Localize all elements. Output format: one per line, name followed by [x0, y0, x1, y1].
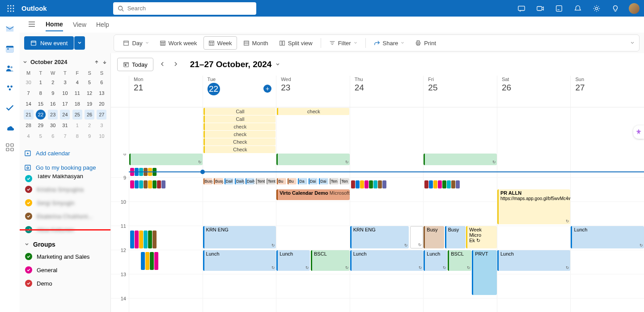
time-slot[interactable]: [570, 154, 644, 177]
new-event-dropdown[interactable]: [74, 36, 85, 50]
today-button[interactable]: Today: [117, 58, 153, 71]
allday-column[interactable]: [350, 107, 424, 154]
mini-cal-day[interactable]: 10: [96, 131, 108, 141]
calendar-event[interactable]: Lunch↻: [424, 250, 447, 271]
time-slot[interactable]: KRN ENG↻: [203, 226, 276, 250]
share-button[interactable]: Share: [369, 36, 409, 50]
day-header[interactable]: Mon21: [129, 76, 203, 107]
menu-home[interactable]: Home: [46, 18, 63, 31]
calendar-list-item[interactable]: Ekaterina Chukhont...: [22, 209, 108, 223]
copilot-badge[interactable]: [633, 125, 644, 139]
time-slot[interactable]: ↻: [129, 154, 203, 177]
next-month-icon[interactable]: [102, 59, 108, 65]
calendar-event[interactable]: BSCL↻: [448, 250, 471, 271]
allday-event[interactable]: check: [203, 131, 276, 138]
time-slot[interactable]: [423, 274, 497, 298]
group-list-item[interactable]: Demo: [22, 277, 108, 290]
mini-cal-day[interactable]: 17: [59, 98, 71, 109]
mini-cal-day[interactable]: 7: [22, 88, 34, 98]
day-header[interactable]: Sat26: [497, 76, 571, 107]
day-header[interactable]: Thu24: [350, 76, 424, 107]
calendar-event[interactable]: Lunch↻: [350, 250, 424, 271]
time-slot[interactable]: ↻: [276, 154, 350, 177]
time-slot[interactable]: [129, 274, 203, 298]
calendar-list-item[interactable]: Tatev Malkhasyan: [22, 175, 108, 183]
time-slot[interactable]: Lunch↻BSCL↻PRVT: [423, 250, 497, 274]
time-slot[interactable]: PR ALLNhttps://maps.app.goo.gl/bf5wvMc4w…: [497, 178, 571, 201]
prev-month-icon[interactable]: [93, 59, 100, 65]
time-slot[interactable]: Lunch↻Lunch↻: [497, 250, 571, 274]
time-slot[interactable]: [276, 202, 350, 226]
mini-cal-day[interactable]: 6: [96, 77, 108, 88]
mini-cal-day[interactable]: 26: [83, 109, 95, 120]
calendar-event[interactable]: Tent: [267, 178, 276, 184]
calendar-event[interactable]: ↻: [424, 154, 497, 165]
booking-page-link[interactable]: Go to my booking page: [22, 160, 108, 175]
add-calendar-link[interactable]: Add calendar: [22, 146, 108, 160]
mini-cal-day[interactable]: 28: [22, 120, 34, 131]
mini-cal-day[interactable]: 29: [34, 120, 47, 131]
time-slot[interactable]: [203, 202, 276, 226]
mini-cal-day[interactable]: 30: [47, 120, 59, 131]
teams-chat-icon[interactable]: [516, 3, 527, 14]
view-month[interactable]: Month: [239, 36, 273, 50]
time-slot[interactable]: [129, 202, 203, 226]
allday-event[interactable]: check: [277, 108, 349, 115]
time-slot[interactable]: [497, 226, 571, 250]
mini-cal-day[interactable]: 2: [83, 120, 95, 131]
mini-cal-day[interactable]: 8: [71, 131, 83, 141]
mini-cal-day[interactable]: 27: [96, 109, 108, 120]
mini-cal-day[interactable]: 8: [34, 88, 47, 98]
mini-cal-day[interactable]: 23: [47, 109, 59, 120]
mini-cal-day[interactable]: 1: [34, 77, 47, 88]
calendar-event[interactable]: Da: [298, 178, 307, 184]
allday-event[interactable]: Check: [203, 146, 276, 153]
time-slot[interactable]: BusyBusyDailDailyDailyTentTent: [203, 178, 276, 201]
view-work-week[interactable]: Work week: [155, 36, 202, 50]
mini-cal-day[interactable]: 20: [96, 98, 108, 109]
mini-cal-day[interactable]: 18: [71, 98, 83, 109]
day-header[interactable]: Fri25: [423, 76, 497, 107]
rail-people-icon[interactable]: [4, 62, 16, 75]
time-slot[interactable]: [276, 299, 350, 312]
mini-cal-day[interactable]: 2: [47, 77, 59, 88]
time-slot[interactable]: [570, 250, 644, 274]
rail-todo-icon[interactable]: [4, 102, 16, 114]
mini-cal-day[interactable]: 16: [47, 98, 59, 109]
mini-cal-day[interactable]: 6: [47, 131, 59, 141]
search-box[interactable]: [113, 2, 256, 15]
mini-cal-day[interactable]: 5: [83, 77, 95, 88]
next-week-icon[interactable]: [171, 59, 180, 70]
mini-cal-day[interactable]: 7: [59, 131, 71, 141]
calendar-event[interactable]: Ten: [330, 178, 339, 184]
ribbon-expand-icon[interactable]: [630, 39, 635, 47]
calendar-event[interactable]: Bu: [288, 178, 297, 184]
search-input[interactable]: [127, 5, 252, 12]
calendar-event[interactable]: ↻: [276, 154, 350, 165]
view-split[interactable]: Split view: [275, 36, 317, 50]
time-slot[interactable]: [129, 250, 203, 274]
notes-icon[interactable]: [554, 3, 564, 14]
allday-event[interactable]: check: [203, 123, 276, 130]
view-week[interactable]: Week: [203, 36, 237, 50]
filter-button[interactable]: Filter: [325, 36, 362, 50]
time-slot[interactable]: [203, 299, 276, 312]
mini-cal-day[interactable]: 30: [22, 77, 34, 88]
mini-cal-day[interactable]: 1: [71, 120, 83, 131]
mini-cal-day[interactable]: 21: [22, 109, 34, 120]
mini-cal-day[interactable]: 3: [59, 77, 71, 88]
mini-cal-day[interactable]: 24: [59, 109, 71, 120]
mini-cal-day[interactable]: 25: [71, 109, 83, 120]
mini-cal-day[interactable]: 4: [22, 131, 34, 141]
calendar-event[interactable]: Lunch↻: [497, 250, 571, 271]
time-slot[interactable]: [423, 178, 497, 201]
rail-mail-icon[interactable]: [4, 23, 16, 35]
time-slot[interactable]: [570, 274, 644, 298]
calendar-event[interactable]: ↻: [129, 154, 203, 165]
hamburger-icon[interactable]: [28, 20, 36, 30]
allday-event[interactable]: Check: [203, 138, 276, 145]
allday-column[interactable]: [497, 107, 571, 154]
menu-help[interactable]: Help: [96, 18, 109, 31]
time-slot[interactable]: [276, 226, 350, 250]
mini-cal-day[interactable]: 31: [59, 120, 71, 131]
